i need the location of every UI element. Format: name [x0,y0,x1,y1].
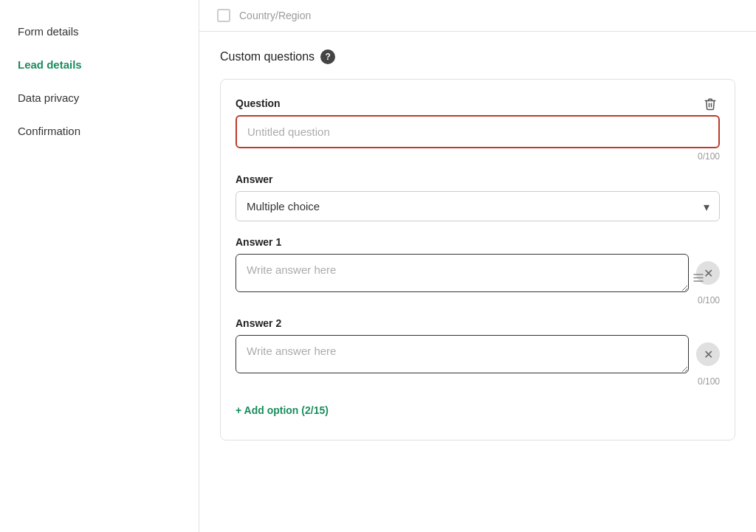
delete-question-button[interactable] [701,94,720,117]
answer-1-label: Answer 1 [236,236,720,248]
answer-2-wrapper: ✕ 0/100 [236,335,720,387]
question-char-count: 0/100 [236,151,720,162]
question-card: Question 0/100 Answer Multiple choice Sh… [220,79,735,441]
add-option-button[interactable]: + Add option (2/15) [236,398,329,422]
top-bar: Country/Region [199,0,756,32]
answer-type-wrapper: Multiple choice Short answer Long answer [236,191,720,221]
answer-1-char-count: 0/100 [236,295,720,305]
add-option-label: + Add option (2/15) [236,404,329,416]
country-region-checkbox[interactable] [217,9,230,22]
svg-rect-1 [693,277,704,279]
answer-options-area: Answer 1 ✕ 0/100 [236,236,720,422]
sidebar-item-lead-details[interactable]: Lead details [0,48,199,81]
section-title: Custom questions [220,50,315,63]
sidebar: Form details Lead details Data privacy C… [0,0,199,532]
sidebar-item-confirmation[interactable]: Confirmation [0,114,199,148]
answer-2-inner: ✕ [236,335,720,373]
answer-type-section: Answer Multiple choice Short answer Long… [236,173,720,221]
main-content: Country/Region Custom questions ? [199,0,756,532]
svg-rect-0 [693,274,704,275]
sidebar-item-form-details[interactable]: Form details [0,15,199,48]
answer-label: Answer [236,173,720,185]
answer-1-inner: ✕ [236,254,720,292]
help-icon[interactable]: ? [320,49,335,64]
answer-1-input[interactable] [236,254,689,292]
answer-2-input[interactable] [236,335,689,373]
question-input[interactable] [236,115,720,148]
sidebar-item-data-privacy[interactable]: Data privacy [0,81,199,114]
answer-type-select[interactable]: Multiple choice Short answer Long answer [236,191,720,221]
answer-2-char-count: 0/100 [236,376,720,387]
custom-questions-header: Custom questions ? [220,49,735,64]
question-label: Question [236,97,720,109]
answer-2-label: Answer 2 [236,317,720,329]
content-area: Custom questions ? Question 0/100 [199,32,756,458]
svg-rect-2 [693,280,704,282]
drag-handle-1[interactable] [692,272,705,289]
remove-answer-2-button[interactable]: ✕ [696,342,720,366]
answer-1-wrapper: ✕ 0/100 [236,254,720,305]
answer-option-row-2: Answer 2 ✕ 0/100 [236,317,720,387]
answer-option-row-1: Answer 1 ✕ 0/100 [236,236,720,305]
country-region-label: Country/Region [239,10,311,21]
